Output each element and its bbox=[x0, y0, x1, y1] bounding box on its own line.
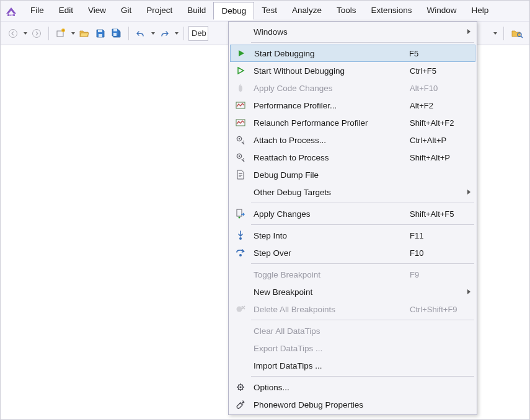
redo-button[interactable] bbox=[157, 26, 172, 41]
menu-item-label: Step Into bbox=[254, 231, 410, 240]
menu-item-label: Apply Code Changes bbox=[254, 84, 410, 93]
menu-item-debug-dump-file[interactable]: Debug Dump File bbox=[230, 166, 475, 183]
menu-item-label: Import DataTips ... bbox=[254, 361, 410, 370]
blank-icon bbox=[234, 342, 247, 354]
menu-help[interactable]: Help bbox=[464, 2, 497, 20]
new-project-button[interactable] bbox=[53, 26, 68, 41]
svg-rect-17 bbox=[239, 173, 242, 174]
redo-dropdown[interactable] bbox=[173, 26, 179, 41]
menu-item-other-debug-targets[interactable]: Other Debug Targets bbox=[230, 183, 475, 201]
app-logo-icon: PRE bbox=[4, 4, 18, 18]
play-green-outline-icon bbox=[234, 64, 247, 77]
svg-rect-9 bbox=[113, 33, 117, 36]
wrench-icon bbox=[234, 398, 247, 411]
svg-rect-8 bbox=[113, 29, 117, 32]
nav-back-dropdown[interactable] bbox=[22, 26, 28, 41]
menu-item-relaunch-performance-profiler[interactable]: Relaunch Performance ProfilerShift+Alt+F… bbox=[230, 114, 475, 131]
menu-item-label: Windows bbox=[254, 27, 410, 37]
menu-git[interactable]: Git bbox=[113, 2, 139, 20]
menu-item-attach-to-process[interactable]: Attach to Process...Ctrl+Alt+P bbox=[230, 131, 475, 149]
menu-item-start-without-debugging[interactable]: Start Without DebuggingCtrl+F5 bbox=[230, 62, 475, 79]
menu-build[interactable]: Build bbox=[180, 2, 213, 20]
menu-item-debug-properties[interactable]: Phoneword Debug Properties bbox=[230, 396, 475, 413]
svg-point-14 bbox=[239, 138, 240, 139]
undo-dropdown[interactable] bbox=[149, 26, 156, 41]
svg-point-26 bbox=[240, 387, 242, 388]
configuration-textbox[interactable]: Deb bbox=[188, 26, 208, 41]
menu-item-new-breakpoint[interactable]: New Breakpoint bbox=[230, 283, 475, 300]
menu-extensions[interactable]: Extensions bbox=[364, 2, 420, 20]
toolbar-separator bbox=[48, 27, 49, 40]
menu-item-options[interactable]: Options... bbox=[230, 378, 475, 396]
blank-icon bbox=[234, 25, 247, 38]
menu-item-shortcut: Shift+Alt+F2 bbox=[410, 118, 472, 128]
apply-changes-icon bbox=[234, 208, 247, 220]
debug-menu-dropdown: WindowsStart DebuggingF5Start Without De… bbox=[228, 21, 477, 415]
profiler-icon bbox=[234, 116, 247, 129]
menu-separator bbox=[251, 320, 474, 320]
menu-item-label: Delete All Breakpoints bbox=[254, 305, 410, 314]
blank-icon bbox=[234, 286, 247, 298]
blank-icon bbox=[234, 186, 247, 198]
svg-rect-7 bbox=[99, 34, 102, 37]
svg-point-23 bbox=[239, 254, 242, 256]
svg-point-2 bbox=[9, 29, 17, 37]
nav-back-button[interactable] bbox=[6, 26, 20, 41]
menu-item-performance-profiler[interactable]: Performance Profiler...Alt+F2 bbox=[230, 97, 475, 114]
menu-item-start-debugging[interactable]: Start DebuggingF5 bbox=[230, 45, 475, 62]
gear-attach-icon bbox=[234, 151, 247, 164]
menubar: PRE FileEditViewGitProjectBuildDebugTest… bbox=[1, 1, 529, 22]
menu-item-apply-changes[interactable]: Apply ChangesShift+Alt+F5 bbox=[230, 205, 475, 222]
step-into-icon bbox=[234, 229, 247, 242]
undo-button[interactable] bbox=[133, 26, 148, 41]
menu-edit[interactable]: Edit bbox=[51, 2, 81, 20]
menu-item-step-over[interactable]: Step OverF10 bbox=[230, 244, 475, 261]
menu-item-label: Start Without Debugging bbox=[254, 66, 410, 76]
new-project-dropdown[interactable] bbox=[69, 26, 76, 41]
gear-icon bbox=[234, 381, 247, 393]
menu-view[interactable]: View bbox=[81, 2, 113, 20]
menu-item-shortcut: Ctrl+F5 bbox=[410, 66, 472, 76]
menu-item-step-into[interactable]: Step IntoF11 bbox=[230, 227, 475, 244]
menu-item-label: Apply Changes bbox=[254, 209, 410, 219]
menu-separator bbox=[251, 42, 474, 43]
svg-text:PRE: PRE bbox=[9, 14, 14, 16]
menu-item-toggle-breakpoint: Toggle BreakpointF9 bbox=[230, 266, 475, 283]
menu-item-export-datatips: Export DataTips ... bbox=[230, 339, 475, 357]
save-button[interactable] bbox=[93, 26, 108, 41]
menu-item-label: Relaunch Performance Profiler bbox=[254, 118, 410, 128]
toolbar-separator bbox=[128, 27, 129, 40]
menu-window[interactable]: Window bbox=[420, 2, 464, 20]
submenu-arrow-icon bbox=[467, 29, 470, 34]
svg-point-24 bbox=[237, 307, 242, 312]
save-all-button[interactable] bbox=[109, 26, 124, 41]
submenu-arrow-icon bbox=[467, 289, 470, 294]
menu-item-shortcut: Ctrl+Alt+P bbox=[410, 136, 472, 145]
menu-test[interactable]: Test bbox=[254, 2, 285, 20]
menu-item-shortcut: F9 bbox=[410, 270, 472, 279]
menu-item-reattach-to-process[interactable]: Reattach to ProcessShift+Alt+P bbox=[230, 149, 475, 166]
dump-file-icon bbox=[234, 168, 247, 181]
menu-item-label: Step Over bbox=[254, 248, 410, 258]
menu-project[interactable]: Project bbox=[139, 2, 180, 20]
blank-icon bbox=[234, 268, 247, 281]
svg-point-16 bbox=[239, 155, 240, 157]
menu-item-shortcut: F5 bbox=[409, 49, 471, 58]
menu-item-clear-all-datatips: Clear All DataTips bbox=[230, 322, 475, 339]
menu-tools[interactable]: Tools bbox=[329, 2, 364, 20]
menu-file[interactable]: File bbox=[23, 2, 51, 20]
menu-item-shortcut: Ctrl+Shift+F9 bbox=[410, 305, 472, 314]
profiler-icon bbox=[234, 99, 247, 112]
menu-item-import-datatips[interactable]: Import DataTips ... bbox=[230, 357, 475, 374]
menu-separator bbox=[251, 263, 474, 264]
toolbar-overflow-dropdown[interactable] bbox=[492, 26, 498, 41]
nav-forward-button[interactable] bbox=[29, 26, 44, 41]
menu-item-windows[interactable]: Windows bbox=[230, 23, 475, 40]
open-folder-button[interactable] bbox=[77, 26, 92, 41]
menu-item-label: Options... bbox=[254, 383, 410, 392]
delete-breakpoints-icon bbox=[234, 303, 247, 315]
menu-item-label: Start Debugging bbox=[254, 49, 409, 58]
menu-analyze[interactable]: Analyze bbox=[285, 2, 329, 20]
menu-debug[interactable]: Debug bbox=[213, 2, 254, 20]
find-in-files-button[interactable] bbox=[510, 26, 524, 41]
